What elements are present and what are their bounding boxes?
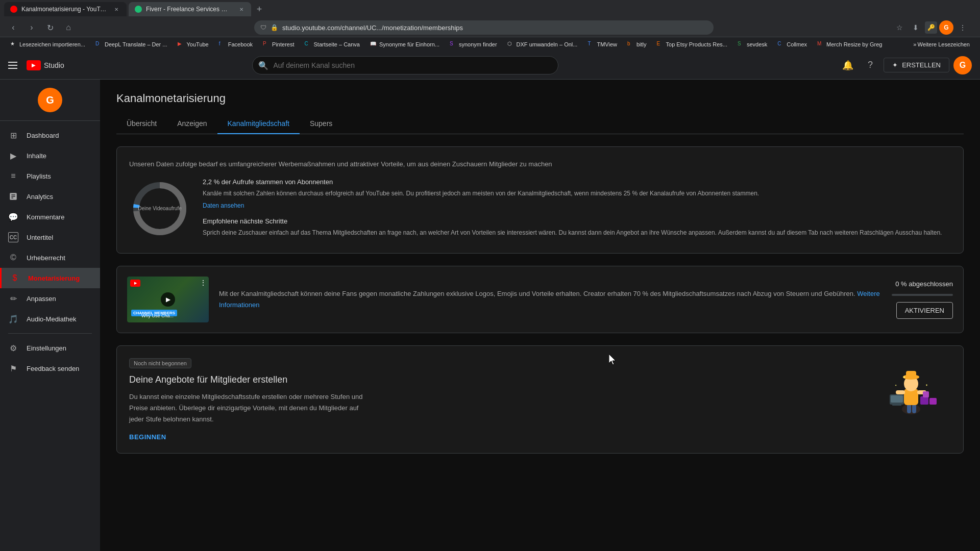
sidebar-label-urheberrecht: Urheberrecht <box>27 254 65 262</box>
stat-link[interactable]: Daten ansehen <box>203 202 244 209</box>
bookmark-bitly[interactable]: b bitly <box>623 40 651 49</box>
new-tab-button[interactable]: + <box>253 3 265 15</box>
bookmarks-bar: ★ Lesezeichen importieren... D DeepL Tra… <box>0 37 980 51</box>
bookmark-icon-14: M <box>817 41 824 48</box>
svg-rect-5 <box>912 404 916 413</box>
lock-icon: 🔒 <box>271 24 278 31</box>
bookmark-synonyme[interactable]: 📖 Synonyme für Einhorn... <box>366 40 444 49</box>
sidebar-item-feedback[interactable]: ⚑ Feedback senden <box>0 358 100 379</box>
extension-btn-1[interactable]: 🔑 <box>925 21 937 34</box>
bookmark-star-button[interactable]: ☆ <box>892 20 906 35</box>
playlists-icon: ≡ <box>8 171 18 181</box>
sidebar-item-untertitel[interactable]: CC Untertitel <box>0 227 100 247</box>
page-title: Kanalmonetarisierung <box>116 92 964 105</box>
thumb-more-icon[interactable]: ⋮ <box>200 279 207 287</box>
hamburger-button[interactable] <box>8 59 20 71</box>
bookmark-merch[interactable]: M Merch Resize by Greg <box>813 40 886 49</box>
info-box: Unseren Daten zufolge bedarf es umfangre… <box>116 146 964 254</box>
bookmark-dxf[interactable]: ⬡ DXF umwandeln – Onl... <box>503 40 582 49</box>
bookmark-etsy[interactable]: E Top Etsy Products Res... <box>653 40 731 49</box>
tab-anzeigen[interactable]: Anzeigen <box>167 113 217 134</box>
bookmark-canva[interactable]: C Startseite – Canva <box>300 40 364 49</box>
monetarisierung-icon: $ <box>10 273 20 283</box>
svg-rect-13 <box>891 395 903 403</box>
sidebar-item-audio[interactable]: 🎵 Audio-Mediathek <box>0 309 100 329</box>
urheberrecht-icon: © <box>8 253 18 263</box>
security-icon: 🛡 <box>260 24 266 31</box>
help-button[interactable]: ? <box>861 56 879 74</box>
forward-button[interactable]: › <box>24 20 39 35</box>
bookmark-lesezeichen[interactable]: ★ Lesezeichen importieren... <box>6 40 89 49</box>
bookmark-deepl[interactable]: D DeepL Translate – Der ... <box>91 40 172 49</box>
youtube-logo-icon <box>27 60 41 70</box>
studio-title: Studio <box>44 61 64 69</box>
bookmark-facebook[interactable]: f Facebook <box>215 40 257 49</box>
bookmark-icon-1: D <box>95 41 103 48</box>
thumb-play-icon[interactable]: ▶ <box>161 292 175 307</box>
tab-label-fiverr: Fiverr - Freelance Services Mari... <box>146 6 231 13</box>
sidebar-item-analytics[interactable]: Analytics <box>0 186 100 207</box>
bookmark-youtube[interactable]: ▶ YouTube <box>174 40 213 49</box>
more-bookmarks-label: » <box>913 41 916 47</box>
video-thumbnail[interactable]: ⋮ CHANNEL MEMBERS ▶ Why Use Cha... <box>127 277 209 322</box>
bookmark-icon-7: S <box>450 41 457 48</box>
sidebar-item-anpassen[interactable]: ✏ Anpassen <box>0 288 100 309</box>
notifications-button[interactable]: 🔔 <box>839 56 857 74</box>
svg-rect-14 <box>892 404 901 406</box>
svg-rect-17 <box>923 391 929 397</box>
svg-text:✦: ✦ <box>895 384 897 387</box>
thumb-yt-icon <box>130 280 140 287</box>
tab-close-fiverr[interactable]: ✕ <box>237 5 245 13</box>
sidebar-item-einstellungen[interactable]: ⚙ Einstellungen <box>0 338 100 358</box>
sidebar-label-kommentare: Kommentare <box>27 213 64 221</box>
tab-favicon-fiverr <box>135 6 142 13</box>
bookmark-synonym-finder[interactable]: S synonym finder <box>446 40 501 49</box>
sidebar: Studio G ⊞ Dashboard ▶ Inhalte ≡ Playlis… <box>0 51 100 551</box>
download-button[interactable]: ⬇ <box>909 20 923 35</box>
bookmark-collmex[interactable]: C Collmex <box>773 40 811 49</box>
stats-content: 2,2 % der Aufrufe stammen von Abonnenten… <box>203 178 951 241</box>
tab-fiverr[interactable]: Fiverr - Freelance Services Mari... ✕ <box>129 2 251 16</box>
sidebar-item-playlists[interactable]: ≡ Playlists <box>0 166 100 186</box>
create-button[interactable]: ✦ ERSTELLEN <box>884 58 949 72</box>
back-button[interactable]: ‹ <box>6 20 20 35</box>
reload-button[interactable]: ↻ <box>43 20 57 35</box>
sidebar-item-kommentare[interactable]: 💬 Kommentare <box>0 207 100 227</box>
offers-badge: Noch nicht begonnen <box>129 358 191 368</box>
progress-text: 0 % abgeschlossen <box>895 280 953 288</box>
search-input[interactable] <box>252 56 558 74</box>
sidebar-header: Studio <box>0 51 100 80</box>
inhalte-icon: ▶ <box>8 151 18 161</box>
tab-kanalmitgliedschaft[interactable]: Kanalmitgliedschaft <box>217 113 300 134</box>
sidebar-label-untertitel: Untertitel <box>27 234 53 241</box>
begin-link[interactable]: BEGINNEN <box>129 433 166 441</box>
sidebar-item-inhalte[interactable]: ▶ Inhalte <box>0 145 100 166</box>
tab-close-yt[interactable]: ✕ <box>112 5 120 13</box>
bookmark-sevdesk[interactable]: S sevdesk <box>733 40 771 49</box>
einstellungen-icon: ⚙ <box>8 343 18 353</box>
profile-avatar-btn[interactable]: G <box>939 20 953 35</box>
tab-youtube[interactable]: Kanalmonetarisierung - YouTu... ✕ <box>4 2 127 16</box>
address-right-icons: ☆ ⬇ 🔑 G ⋮ <box>892 20 974 35</box>
topbar-avatar[interactable]: G <box>953 56 972 74</box>
sidebar-label-anpassen: Anpassen <box>27 295 56 303</box>
sidebar-label-analytics: Analytics <box>27 193 53 201</box>
audio-icon: 🎵 <box>8 314 18 324</box>
sidebar-item-monetarisierung[interactable]: $ Monetarisierung <box>0 268 100 288</box>
tab-uebersicht[interactable]: Übersicht <box>116 113 167 134</box>
bookmark-pinterest[interactable]: P Pinterest <box>259 40 298 49</box>
bookmark-tmview[interactable]: T TMView <box>583 40 621 49</box>
activate-button[interactable]: AKTIVIEREN <box>896 302 953 319</box>
studio-logo: Studio <box>27 60 64 70</box>
home-button[interactable]: ⌂ <box>61 20 76 35</box>
more-bookmarks-button[interactable]: » Weitere Lesezeichen <box>909 40 974 48</box>
url-text[interactable]: studio.youtube.com/channel/UC.../monetiz… <box>282 24 707 32</box>
sidebar-item-dashboard[interactable]: ⊞ Dashboard <box>0 125 100 145</box>
studio-topbar: 🔍 🔔 ? ✦ ERSTELLEN G <box>100 51 980 80</box>
tab-supers[interactable]: Supers <box>300 113 342 134</box>
bookmark-icon-11: E <box>657 41 664 48</box>
profile-menu-button[interactable]: G <box>939 20 953 35</box>
extensions-button[interactable]: ⋮ <box>955 20 970 35</box>
bookmark-icon-2: ▶ <box>178 41 185 48</box>
sidebar-item-urheberrecht[interactable]: © Urheberrecht <box>0 247 100 268</box>
